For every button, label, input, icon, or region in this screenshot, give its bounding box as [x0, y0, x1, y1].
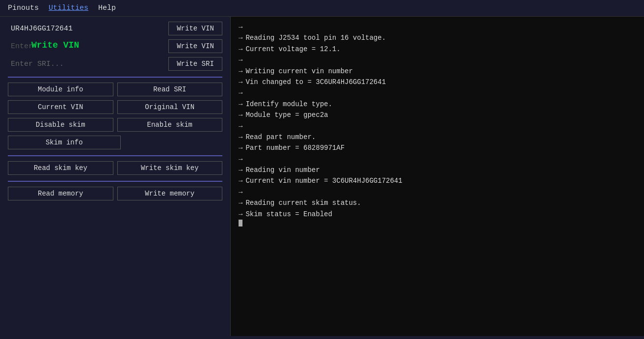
console-line: →Reading current skim status.: [239, 198, 636, 208]
console-text: Current vin number = 3C6UR4HJ6GG172641: [245, 175, 402, 186]
write-sri-button[interactable]: Write SRI: [168, 57, 222, 71]
disable-skim-button[interactable]: Disable skim: [8, 118, 113, 132]
skim-key-row: Read skim key Write skim key: [8, 161, 222, 175]
console-line: →Reading J2534 tool pin 16 voltage.: [239, 32, 636, 43]
vin-row: Current VIN Original VIN: [8, 100, 222, 114]
console-line: →Part number = 68289971AF: [239, 142, 636, 153]
menubar-item-pinouts[interactable]: Pinouts: [8, 4, 39, 12]
menubar-item-help[interactable]: Help: [98, 4, 116, 12]
console-text: Reading J2534 tool pin 16 voltage.: [245, 32, 386, 43]
console-line: →Read part number.: [239, 132, 636, 142]
menubar: Pinouts Utilities Help: [0, 0, 644, 17]
console-line: →: [239, 154, 636, 165]
vin-display: UR4HJ6GG172641: [8, 23, 164, 35]
left-panel: UR4HJ6GG172641 Write VIN Write VIN Write…: [0, 17, 231, 336]
original-vin-button[interactable]: Original VIN: [117, 100, 223, 114]
read-sri-button[interactable]: Read SRI: [117, 83, 223, 96]
console-line: →: [239, 121, 636, 132]
arrow-icon: →: [239, 121, 242, 132]
console-text: Skim status = Enabled: [245, 209, 332, 220]
vin-input-row: Write VIN Write VIN: [8, 39, 222, 53]
write-vin-button-1[interactable]: Write VIN: [168, 22, 222, 35]
arrow-icon: →: [239, 209, 242, 220]
arrow-icon: →: [239, 55, 242, 65]
console-line: →Reading vin number: [239, 165, 636, 175]
read-skim-key-button[interactable]: Read skim key: [8, 161, 113, 175]
write-vin-button-2[interactable]: Write VIN: [168, 39, 222, 53]
console-line: →: [239, 22, 636, 32]
arrow-icon: →: [239, 165, 242, 175]
console-text: Part number = 68289971AF: [245, 142, 345, 153]
module-info-button[interactable]: Module info: [8, 83, 113, 96]
console-line: →Current vin number = 3C6UR4HJ6GG172641: [239, 175, 636, 186]
menubar-item-utilities[interactable]: Utilities: [49, 4, 88, 12]
arrow-icon: →: [239, 110, 242, 120]
arrow-icon: →: [239, 187, 242, 198]
console-text: Reading current skim status.: [245, 198, 361, 208]
current-vin-button[interactable]: Current VIN: [8, 100, 113, 114]
sri-input-row: Write SRI: [8, 57, 222, 71]
read-memory-button[interactable]: Read memory: [8, 187, 113, 200]
console-text: Writing current vin number: [245, 66, 352, 77]
console-text: Read part number.: [245, 132, 316, 142]
console-line: →: [239, 87, 636, 98]
main-layout: UR4HJ6GG172641 Write VIN Write VIN Write…: [0, 17, 644, 336]
arrow-icon: →: [239, 175, 242, 186]
sri-input[interactable]: [8, 58, 164, 70]
arrow-icon: →: [239, 66, 242, 77]
divider-2: [8, 155, 222, 156]
arrow-icon: →: [239, 32, 242, 43]
console-line: →Skim status = Enabled: [239, 209, 636, 220]
arrow-icon: →: [239, 154, 242, 165]
arrow-icon: →: [239, 87, 242, 98]
cursor-line: [239, 220, 636, 226]
write-skim-key-button[interactable]: Write skim key: [117, 161, 223, 175]
arrow-icon: →: [239, 77, 242, 87]
module-read-sri-row: Module info Read SRI: [8, 83, 222, 96]
arrow-icon: →: [239, 198, 242, 208]
arrow-icon: →: [239, 22, 242, 32]
write-memory-button[interactable]: Write memory: [117, 187, 223, 200]
console-text: Identify module type.: [245, 99, 332, 110]
console-line: →Current voltage = 12.1.: [239, 44, 636, 55]
divider-1: [8, 77, 222, 78]
console-line: →: [239, 187, 636, 198]
arrow-icon: →: [239, 142, 242, 153]
console-text: Module type = gpec2a: [245, 110, 328, 120]
console-line: →: [239, 55, 636, 65]
console-panel: →→Reading J2534 tool pin 16 voltage.→Cur…: [231, 17, 644, 336]
skim-info-button[interactable]: Skim info: [8, 136, 121, 149]
console-line: →Vin changed to = 3C6UR4HJ6GG172641: [239, 77, 636, 87]
arrow-icon: →: [239, 44, 242, 55]
arrow-icon: →: [239, 132, 242, 142]
console-text: Vin changed to = 3C6UR4HJ6GG172641: [245, 77, 386, 87]
vin-display-row: UR4HJ6GG172641 Write VIN: [8, 22, 222, 35]
text-cursor: [239, 220, 242, 226]
console-line: →Module type = gpec2a: [239, 110, 636, 120]
vin-input[interactable]: [8, 40, 164, 53]
console-line: →Writing current vin number: [239, 66, 636, 77]
console-line: →Identify module type.: [239, 99, 636, 110]
arrow-icon: →: [239, 99, 242, 110]
divider-3: [8, 181, 222, 182]
console-text: Reading vin number: [245, 165, 320, 175]
memory-row: Read memory Write memory: [8, 187, 222, 200]
enable-skim-button[interactable]: Enable skim: [117, 118, 223, 132]
skim-info-row: Skim info: [8, 136, 222, 149]
skim-toggle-row: Disable skim Enable skim: [8, 118, 222, 132]
console-text: Current voltage = 12.1.: [245, 44, 340, 55]
